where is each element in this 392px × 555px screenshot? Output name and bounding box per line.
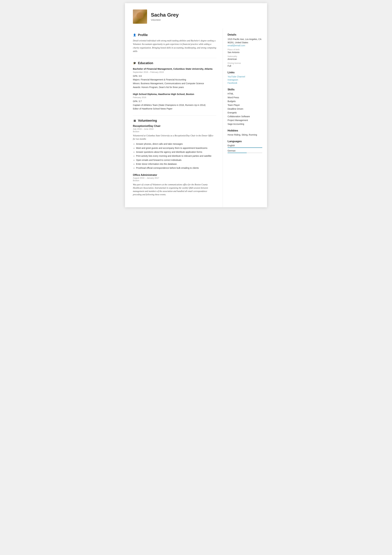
edu-date-2: February 2016	[133, 96, 216, 99]
list-item: Proofread official correspondence before…	[136, 166, 216, 170]
lang-german-bar-fill	[228, 153, 247, 153]
vol-list-1: Answer phones, direct calls and take mes…	[133, 142, 216, 170]
list-item: Answer phones, direct calls and take mes…	[136, 142, 216, 146]
skill-deadline-driven: Deadline Driven	[228, 108, 262, 110]
edu-date-1: September 2016 – February 2019	[133, 71, 216, 73]
details-section: Details 1515 Pacific Ave, Los Angeles, C…	[228, 33, 262, 67]
vol-location-1: Boston	[133, 130, 216, 133]
edu-item-2: High School Diploma, Hawthorne High Scho…	[133, 92, 216, 111]
left-column: 👤 Profile Detail-oriented individual wit…	[125, 29, 223, 207]
edu-title-1: Bachelor of Financial Management, Columb…	[133, 67, 216, 70]
resume-container: Sacha Grey Volunteer 👤 Profile Detail-or…	[125, 3, 267, 207]
driving-license-value: Full	[228, 65, 262, 67]
profile-text: Detail-oriented individual with strong m…	[133, 39, 216, 53]
skill-wordpress: Word Press	[228, 96, 262, 99]
candidate-name: Sacha Grey	[151, 12, 179, 18]
skill-project-mgmt: Project Management	[228, 119, 262, 122]
nationality-value: American	[228, 58, 262, 60]
hobbies-text: Horse Riding, Skiing, Running	[228, 133, 262, 136]
languages-section: Languages English German	[228, 140, 262, 153]
lang-english-name: English	[228, 144, 262, 147]
links-section: Links YouTube Channel Instragram Faceboo…	[228, 71, 262, 84]
list-item: Answer questions about the agency and di…	[136, 150, 216, 154]
place-of-birth-value: San Antonio	[228, 51, 262, 54]
edu-item-1: Bachelor of Financial Management, Columb…	[133, 67, 216, 89]
skill-collaboration: Collaboration Software	[228, 115, 262, 118]
link-instagram[interactable]: Instragram	[228, 79, 262, 81]
volunteering-section: ▦ Volunteering Receptionist/Day Chair Ju…	[133, 119, 216, 196]
edu-detail-2b: Editor of Hawthorne School News Paper	[133, 107, 216, 111]
edu-title-2: High School Diploma, Hawthorne High Scho…	[133, 92, 216, 96]
lang-german-bar-bg	[228, 153, 262, 153]
volunteering-icon: ▦	[133, 119, 136, 123]
list-item: Print activity lists every morning and d…	[136, 154, 216, 158]
link-facebook[interactable]: Facebook	[228, 82, 262, 84]
skill-team-player: Team Player	[228, 104, 262, 106]
lang-english-bar-bg	[228, 147, 262, 148]
vol-item-1: Receptionist/Day Chair July 2016 – June …	[133, 125, 216, 170]
education-section-title: 🎓 Education	[133, 61, 216, 65]
lang-english: English	[228, 144, 262, 148]
skill-html: HTML	[228, 92, 262, 95]
vol-location-2: Boston	[133, 179, 216, 182]
profile-section: 👤 Profile Detail-oriented individual wit…	[133, 33, 216, 53]
link-youtube[interactable]: YouTube Channel	[228, 75, 262, 78]
edu-gpa-2: GPA: 3.7	[133, 100, 216, 103]
vol-date-1: July 2016 – June 2016	[133, 128, 216, 130]
education-icon: 🎓	[133, 61, 136, 65]
edu-awards-1: Awards: Honors Program, Dean's list for …	[133, 86, 216, 89]
hobbies-title: Hobbies	[228, 129, 262, 132]
skill-budgets: Budgets	[228, 100, 262, 102]
list-item: Meet and greet guests and accompany them…	[136, 146, 216, 150]
vol-desc-1: Volunteered at Columbus State University…	[133, 134, 216, 141]
vol-title-2: Office Administrator	[133, 174, 216, 176]
nationality-label: Nationality	[228, 55, 262, 58]
vol-item-2: Office Administrator August 2016 – Janua…	[133, 174, 216, 196]
place-of-birth-label: Place of birth	[228, 48, 262, 51]
hobbies-section: Hobbies Horse Riding, Skiing, Running	[228, 129, 262, 136]
volunteering-section-title: ▦ Volunteering	[133, 119, 216, 123]
lang-english-bar-fill	[228, 147, 262, 148]
skills-section: Skills HTML Word Press Budgets Team Play…	[228, 88, 262, 125]
profile-icon: 👤	[133, 33, 136, 37]
list-item: Open emails and forward to correct indiv…	[136, 158, 216, 162]
edu-minors-1: Minors: Business Management, Communicati…	[133, 82, 216, 86]
lang-german: German	[228, 149, 262, 153]
links-title: Links	[228, 71, 262, 74]
education-section: 🎓 Education Bachelor of Financial Manage…	[133, 61, 216, 111]
edu-detail-2a: Captain of Athletics Team (State Champio…	[133, 103, 216, 107]
vol-desc-2: Was part of a team of Volunteers at the …	[133, 183, 216, 196]
candidate-subtitle: Volunteer	[151, 18, 179, 21]
skill-energetic: Energetic	[228, 111, 262, 114]
lang-german-name: German	[228, 149, 262, 152]
languages-title: Languages	[228, 140, 262, 143]
header: Sacha Grey Volunteer	[125, 3, 267, 29]
main-content: 👤 Profile Detail-oriented individual wit…	[125, 29, 267, 207]
divider-1	[133, 58, 216, 58]
detail-address: 1515 Pacific Ave, Los Angeles, CA 90291,…	[228, 38, 262, 44]
list-item: Enter donor information into the databas…	[136, 162, 216, 166]
vol-date-2: August 2016 – January 2017	[133, 177, 216, 179]
right-column: Details 1515 Pacific Ave, Los Angeles, C…	[223, 29, 267, 207]
skill-sage: Sage Accounting	[228, 123, 262, 125]
driving-license-label: Driving license	[228, 62, 262, 64]
profile-section-title: 👤 Profile	[133, 33, 216, 37]
edu-gpa-1: GPA: 3.6	[133, 74, 216, 78]
detail-email: email@email.com	[228, 44, 262, 47]
vol-title-1: Receptionist/Day Chair	[133, 125, 216, 127]
header-info: Sacha Grey Volunteer	[151, 12, 179, 21]
edu-majors-1: Majors: Financial Management & Financial…	[133, 78, 216, 82]
details-title: Details	[228, 33, 262, 36]
avatar	[133, 9, 147, 24]
skills-title: Skills	[228, 88, 262, 91]
